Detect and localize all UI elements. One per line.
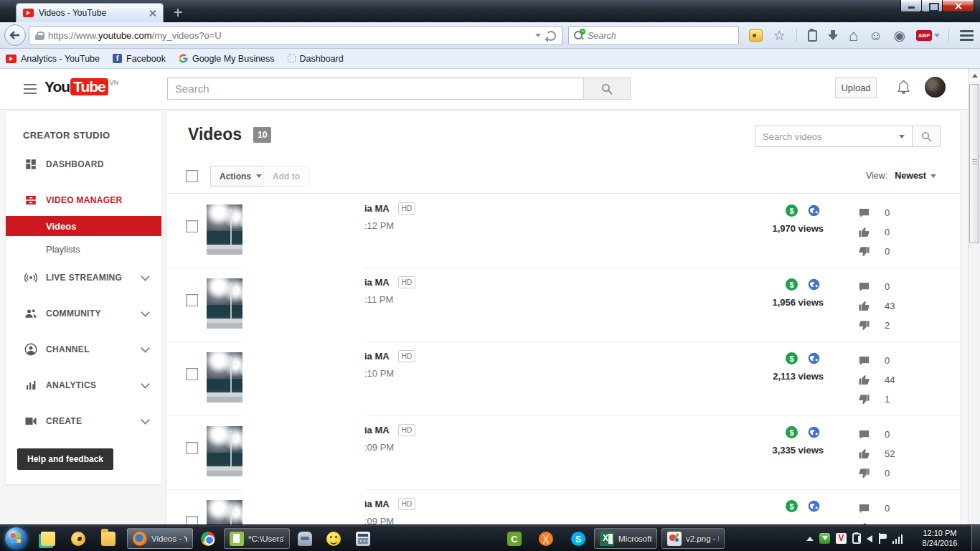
taskbar-webcam-app[interactable] [66, 529, 90, 549]
idm-tray-icon[interactable] [819, 533, 830, 544]
video-checkbox[interactable] [186, 516, 198, 524]
comments-icon [857, 355, 870, 367]
minimize-button[interactable] [900, 0, 922, 12]
close-button[interactable] [942, 0, 974, 12]
video-title[interactable]: ia MA [364, 203, 390, 214]
sidebar-item-video-manager[interactable]: VIDEO MANAGER [6, 187, 161, 213]
url-bar[interactable]: https://www.youtube.com/my_videos?o=U [29, 26, 562, 45]
comments-icon [857, 281, 870, 293]
bookmark-facebook[interactable]: f Facebook [113, 54, 166, 64]
privacy-icon[interactable]: ◉ [893, 29, 905, 42]
taskbar-camtasia[interactable]: C [502, 529, 527, 549]
adblock-icon[interactable]: ABP [916, 29, 938, 42]
paint-icon [667, 532, 682, 546]
search-filter-dropdown-icon[interactable] [892, 135, 912, 138]
view-count: 1,956 views [723, 297, 824, 308]
taskbar-chrome[interactable] [196, 529, 220, 549]
guide-menu-icon[interactable] [24, 84, 37, 94]
video-checkbox[interactable] [186, 220, 198, 232]
bookmark-google-my-business[interactable]: Google My Business [179, 54, 275, 64]
bookmark-star-icon[interactable]: ☆ [773, 29, 786, 42]
taskbar-excel-button[interactable]: Microsoft ... [594, 528, 657, 549]
engagement-stats: 0 [857, 499, 906, 524]
view-sort-control[interactable]: View: Newest [866, 171, 936, 181]
scrollbar-up-icon[interactable] [969, 70, 980, 81]
account-avatar[interactable] [925, 77, 946, 98]
network-signal-icon[interactable] [892, 534, 904, 544]
maximize-button[interactable] [921, 0, 943, 12]
taskbar-firefox-button[interactable]: Videos - Y... [127, 528, 193, 549]
sort-value: Newest [895, 171, 926, 181]
tray-expand-icon[interactable] [806, 537, 814, 541]
sidebar-item-channel[interactable]: CHANNEL [6, 336, 161, 362]
browser-search-box[interactable]: + [568, 26, 739, 45]
taskbar-xampp[interactable]: ᚷ [534, 529, 558, 549]
taskbar-yahoo-messenger[interactable] [321, 529, 346, 549]
video-search-input[interactable] [755, 131, 892, 142]
extension-icon[interactable] [749, 29, 763, 42]
scrollbar-thumb[interactable] [969, 84, 979, 243]
video-checkbox[interactable] [186, 368, 198, 380]
taskbar-sticky-notes[interactable] [36, 529, 60, 549]
tab-close-icon[interactable] [149, 9, 156, 17]
taskbar-skype[interactable]: S [566, 529, 590, 549]
actions-button[interactable]: Actions [210, 166, 271, 187]
bookmark-dashboard[interactable]: Dashboard [288, 54, 344, 64]
sidebar-item-community[interactable]: COMMUNITY [6, 301, 161, 326]
menu-icon[interactable] [960, 30, 974, 41]
view-count: 2,113 views [723, 371, 824, 382]
taskbar-notepadpp-button[interactable]: *C:\Users\... [224, 528, 290, 549]
back-button[interactable] [4, 24, 26, 46]
taskbar-utility-app[interactable] [293, 529, 317, 549]
comments-count: 0 [885, 503, 906, 514]
start-button[interactable] [5, 527, 27, 550]
taskbar-clock[interactable]: 12:10 PM 8/24/2016 [913, 528, 967, 548]
action-center-flag-icon[interactable] [878, 533, 887, 544]
sidebar-item-live-streaming[interactable]: LIVE STREAMING [6, 265, 161, 291]
chevron-down-icon [141, 272, 150, 281]
video-title[interactable]: ia MA [364, 351, 390, 362]
dislikes-count: 0 [885, 468, 906, 479]
taskbar-explorer[interactable] [96, 529, 121, 549]
downloads-icon[interactable] [828, 30, 838, 41]
video-search-button[interactable] [912, 126, 941, 147]
antivirus-tray-icon[interactable]: V [836, 533, 847, 544]
bookmark-analytics[interactable]: Analytics - YouTube [6, 54, 100, 64]
hello-chat-icon[interactable]: ☺ [869, 29, 882, 42]
taskbar-calculator[interactable] [351, 529, 375, 549]
browser-search-input[interactable] [588, 31, 733, 41]
taskbar-paint-button[interactable]: v2.png - P... [661, 528, 725, 549]
add-to-button[interactable]: Add to [263, 166, 309, 187]
video-checkbox[interactable] [186, 294, 198, 306]
video-title[interactable]: ia MA [364, 277, 390, 288]
home-icon[interactable]: ⌂ [849, 28, 858, 44]
select-all-checkbox[interactable] [186, 170, 198, 182]
sidebar-item-analytics[interactable]: ANALYTICS [6, 372, 161, 398]
view-label: View: [866, 171, 887, 181]
sidebar-item-create[interactable]: CREATE [6, 408, 161, 434]
sidebar-item-videos[interactable]: Videos [6, 216, 161, 236]
sidebar-item-playlists[interactable]: Playlists [6, 239, 161, 259]
sidebar-item-dashboard[interactable]: DASHBOARD [6, 151, 161, 177]
video-title[interactable]: ia MA [364, 425, 390, 435]
youtube-search-input[interactable] [167, 77, 583, 100]
reload-icon[interactable] [546, 31, 556, 41]
browser-titlebar: Videos - YouTube [0, 0, 980, 22]
show-desktop-button[interactable] [971, 525, 980, 551]
scrollbar[interactable] [968, 69, 980, 524]
comments-count: 0 [885, 429, 906, 440]
bookmarks-panel-icon[interactable] [808, 30, 817, 42]
upload-button[interactable]: Upload [835, 77, 877, 98]
notifications-bell-icon[interactable] [896, 79, 911, 98]
new-tab-button[interactable] [171, 6, 187, 19]
video-checkbox[interactable] [186, 442, 198, 454]
browser-tab[interactable]: Videos - YouTube [16, 3, 164, 22]
chevron-down-icon [141, 415, 150, 425]
help-feedback-button[interactable]: Help and feedback [17, 448, 113, 470]
volume-icon[interactable] [867, 535, 872, 542]
video-search-box [755, 126, 941, 147]
youtube-logo[interactable]: YouTube VN [44, 78, 118, 95]
url-dropdown-icon[interactable] [535, 34, 541, 37]
video-title[interactable]: ia MA [364, 499, 390, 509]
youtube-search-button[interactable] [583, 77, 631, 100]
